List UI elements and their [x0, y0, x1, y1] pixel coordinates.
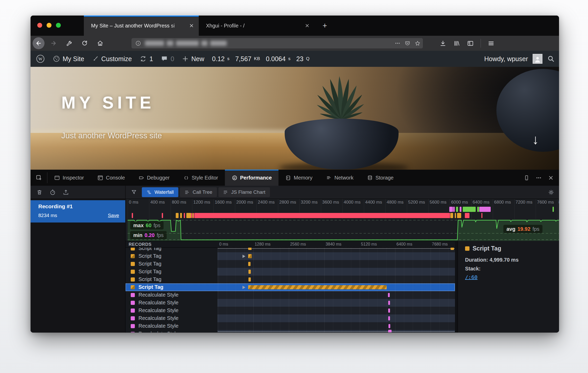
- waterfall-bar: [248, 270, 251, 274]
- recording-list-item[interactable]: Recording #1 8234 ms Save: [31, 200, 125, 223]
- record-row[interactable]: Recalculate Style: [126, 330, 455, 332]
- waterfall-row-stripe: [217, 291, 455, 299]
- menu-hamburger-icon[interactable]: [488, 40, 495, 47]
- qm-memory-metric[interactable]: 7,567KB: [235, 55, 260, 63]
- overview-marker-pink: [193, 213, 194, 218]
- record-row[interactable]: Script Tag: [126, 268, 455, 276]
- devtools-options-icon[interactable]: [536, 175, 542, 181]
- tab-debugger[interactable]: Debugger: [132, 170, 177, 186]
- minimize-window-button[interactable]: [47, 23, 52, 28]
- close-tab-icon[interactable]: [305, 23, 310, 28]
- wrench-icon: [66, 40, 72, 47]
- marker-detail-panel: Script Tag Duration: 4,999.70 ms Stack: …: [458, 241, 559, 333]
- clear-recordings-button[interactable]: [36, 189, 43, 196]
- wp-logo-menu[interactable]: W: [36, 54, 45, 63]
- save-recording-link[interactable]: Save: [108, 213, 119, 218]
- pick-element-button[interactable]: [31, 172, 47, 183]
- fps-unit: fps: [153, 223, 160, 228]
- updates-menu[interactable]: 1: [139, 55, 153, 63]
- record-row[interactable]: Script Tag: [126, 283, 455, 291]
- expand-arrow-icon[interactable]: [242, 286, 245, 289]
- zoom-window-button[interactable]: [56, 23, 61, 28]
- waterfall-bar: [248, 285, 387, 289]
- tab-performance[interactable]: Performance: [225, 170, 278, 186]
- close-window-button[interactable]: [37, 23, 42, 28]
- traffic-lights: [37, 23, 61, 28]
- forward-button[interactable]: [48, 38, 59, 49]
- comment-bubble-icon: [161, 55, 168, 62]
- toolbar-separator: [481, 39, 481, 48]
- record-row[interactable]: Recalculate Style: [126, 314, 455, 322]
- fps-min-badge: min 0.20 fps: [130, 231, 167, 239]
- script-tag-marker-icon: [131, 285, 135, 289]
- waterfall-ruler-tick: 0 ms: [219, 242, 228, 247]
- tab-inspector[interactable]: Inspector: [47, 170, 91, 186]
- tab-console[interactable]: Console: [91, 170, 131, 186]
- import-recording-button[interactable]: [63, 189, 69, 196]
- tab-network[interactable]: Network: [319, 170, 360, 186]
- record-row[interactable]: Script Tag: [126, 276, 455, 283]
- stack-frame-link[interactable]: /:60: [465, 274, 477, 280]
- style-editor-icon: [183, 175, 189, 181]
- downloads-icon[interactable]: [439, 40, 446, 47]
- view-waterfall-button[interactable]: Waterfall: [142, 187, 178, 197]
- filter-markers-button[interactable]: [131, 189, 137, 196]
- comments-menu[interactable]: 0: [161, 55, 174, 63]
- back-button[interactable]: [33, 37, 45, 49]
- close-devtools-icon[interactable]: [548, 175, 554, 181]
- library-icon[interactable]: [453, 40, 460, 47]
- reload-button[interactable]: [79, 38, 90, 49]
- customize-menu[interactable]: Customize: [92, 55, 132, 63]
- tab-my-site[interactable]: My Site – Just another WordPress si: [84, 16, 199, 36]
- search-icon[interactable]: [547, 55, 555, 63]
- view-call-tree-button[interactable]: Call Tree: [180, 187, 217, 197]
- metric-unit: s: [227, 56, 230, 61]
- bookmark-star-icon[interactable]: [414, 40, 421, 47]
- record-row[interactable]: Recalculate Style: [126, 291, 455, 299]
- site-info-icon[interactable]: [135, 40, 141, 46]
- svg-text:W: W: [38, 56, 43, 61]
- scroll-down-arrow[interactable]: ↓: [532, 132, 539, 147]
- qm-query-time-metric[interactable]: 0.0064s: [266, 55, 290, 63]
- record-row[interactable]: Script Tag: [126, 248, 455, 252]
- call-tree-view-icon: [185, 190, 190, 195]
- view-flame-chart-button[interactable]: JS Flame Chart: [218, 187, 270, 197]
- responsive-design-icon[interactable]: [524, 175, 530, 181]
- metric-unit: s: [288, 56, 291, 61]
- avatar[interactable]: [533, 54, 542, 64]
- tab-storage[interactable]: Storage: [360, 170, 400, 186]
- recalculate-style-marker-icon: [131, 309, 135, 313]
- performance-icon: [232, 175, 238, 181]
- record-row[interactable]: Script Tag: [126, 252, 455, 260]
- user-greeting[interactable]: Howdy, wpuser: [484, 55, 528, 63]
- updates-count: 1: [149, 55, 153, 63]
- url-bar[interactable]: [131, 38, 423, 48]
- close-tab-icon[interactable]: [189, 23, 194, 28]
- record-row[interactable]: Recalculate Style: [126, 307, 455, 314]
- record-row[interactable]: Recalculate Style: [126, 299, 455, 307]
- records-header: RECORDS 0 ms1280 ms2560 ms3840 ms5120 ms…: [126, 241, 455, 248]
- connector-marker: [388, 330, 392, 332]
- expand-arrow-icon[interactable]: [242, 255, 245, 258]
- tab-xhgui[interactable]: Xhgui - Profile - /: [199, 16, 314, 36]
- performance-settings-button[interactable]: [548, 189, 554, 196]
- page-actions-icon[interactable]: [394, 40, 401, 46]
- record-row[interactable]: Script Tag: [126, 260, 455, 268]
- new-tab-button[interactable]: +: [320, 21, 330, 31]
- metric-value: 0.12: [212, 55, 225, 63]
- my-site-menu[interactable]: My Site: [53, 55, 84, 63]
- qm-time-metric[interactable]: 0.12s: [212, 55, 230, 63]
- record-performance-button[interactable]: [49, 189, 56, 196]
- sidebar-toggle-icon[interactable]: [467, 40, 474, 47]
- record-row[interactable]: Recalculate Style: [126, 322, 455, 330]
- qm-query-count-metric[interactable]: 23Q: [296, 55, 310, 63]
- recalculate-style-marker-icon: [131, 293, 135, 297]
- overview-marker-pink: [191, 213, 192, 218]
- tab-style-editor[interactable]: Style Editor: [177, 170, 225, 186]
- record-label: Script Tag: [138, 284, 163, 290]
- developer-tools-button[interactable]: [64, 38, 75, 49]
- tab-memory[interactable]: Memory: [278, 170, 319, 186]
- pocket-icon[interactable]: [404, 40, 411, 47]
- new-content-menu[interactable]: New: [182, 55, 204, 63]
- home-button[interactable]: [95, 38, 106, 49]
